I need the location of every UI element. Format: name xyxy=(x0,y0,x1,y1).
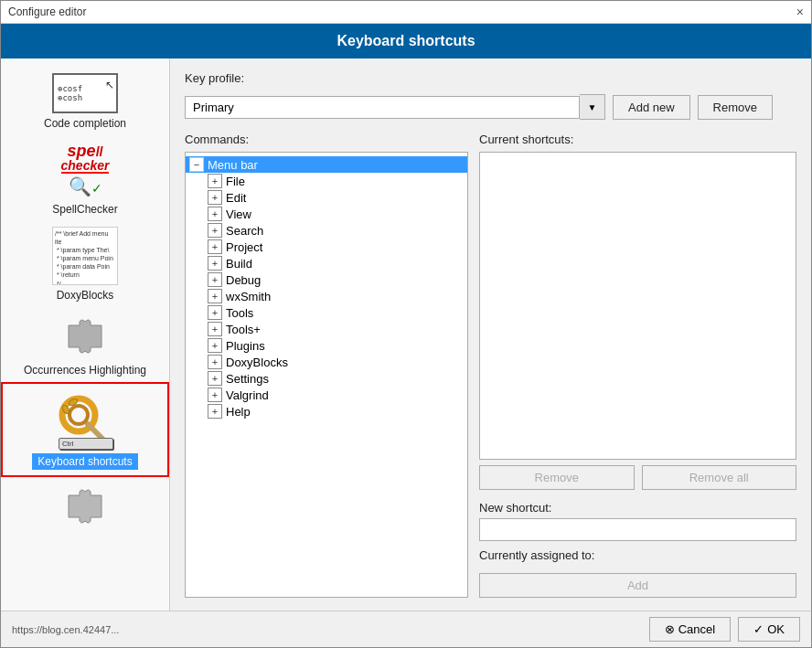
currently-assigned-label: Currently assigned to: xyxy=(479,548,796,562)
expand-btn-file[interactable]: + xyxy=(208,174,222,188)
expand-btn-view[interactable]: + xyxy=(208,207,222,221)
current-shortcuts-box xyxy=(479,152,796,460)
add-shortcut-button[interactable]: Add xyxy=(479,573,796,598)
tree-item-settings[interactable]: + Settings xyxy=(186,370,467,387)
cancel-button[interactable]: ⊗ Cancel xyxy=(649,617,731,642)
expand-btn-plugins[interactable]: + xyxy=(208,338,222,353)
remove-shortcut-button[interactable]: Remove xyxy=(479,465,635,490)
footer-url: https://blog.cen.42447... xyxy=(12,624,642,635)
tree-item-label-wxsmith: wxSmith xyxy=(226,290,271,303)
key-profile-row: Key profile: xyxy=(185,71,796,85)
add-new-button[interactable]: Add new xyxy=(613,95,690,120)
expand-btn-debug[interactable]: + xyxy=(208,272,222,287)
sidebar-item-code-completion[interactable]: ⊕cosf ⊕cosh ↖ Code completion xyxy=(1,68,169,135)
key-profile-label: Key profile: xyxy=(185,71,244,85)
sidebar-item-doxyblocks[interactable]: /** \brief Add menu ite * \param type Th… xyxy=(1,221,169,307)
tree-item-label-debug: Debug xyxy=(226,273,261,287)
sidebar-item-puzzle[interactable] xyxy=(1,477,169,536)
commands-tree[interactable]: − Menu bar + File + Edit xyxy=(185,152,468,598)
tree-item-debug[interactable]: + Debug xyxy=(186,271,467,288)
tree-item-label-help: Help xyxy=(226,405,251,419)
remove-all-shortcuts-button[interactable]: Remove all xyxy=(642,465,797,490)
currently-assigned-row: Currently assigned to: xyxy=(479,548,796,566)
dialog-title: Keyboard shortcuts xyxy=(337,33,475,48)
close-button[interactable]: × xyxy=(796,5,804,19)
sidebar-item-label-spellchecker: SpellChecker xyxy=(52,203,117,216)
tree-item-label-plugins: Plugins xyxy=(226,339,265,353)
commands-label: Commands: xyxy=(185,133,468,146)
new-shortcut-input[interactable] xyxy=(479,518,796,541)
sidebar: ⊕cosf ⊕cosh ↖ Code completion spell chec… xyxy=(1,58,170,611)
occurrences-icon xyxy=(61,313,109,360)
title-bar: Configure editor × xyxy=(1,1,811,24)
expand-btn-help[interactable]: + xyxy=(208,404,222,419)
remove-profile-button[interactable]: Remove xyxy=(698,95,773,120)
doxyblocks-icon: /** \brief Add menu ite * \param type Th… xyxy=(52,227,118,285)
tree-item-label-edit: Edit xyxy=(226,191,246,205)
commands-shortcuts-row: Commands: − Menu bar + File xyxy=(185,133,796,598)
expand-btn-doxyblocks[interactable]: + xyxy=(208,355,222,369)
ok-button[interactable]: ✓ OK xyxy=(738,617,800,642)
puzzle-icon xyxy=(61,483,109,530)
sidebar-item-spellchecker[interactable]: spell checker 🔍✓ SpellChecker xyxy=(1,135,169,221)
expand-btn-edit[interactable]: + xyxy=(208,190,222,205)
tree-item-help[interactable]: + Help xyxy=(186,403,467,420)
cancel-icon: ⊗ xyxy=(665,622,675,636)
configure-editor-dialog: Configure editor × Keyboard shortcuts ⊕c… xyxy=(0,0,812,648)
tree-item-valgrind[interactable]: + Valgrind xyxy=(186,387,467,403)
tree-item-label-doxyblocks: DoxyBlocks xyxy=(226,356,288,369)
tree-item-file[interactable]: + File xyxy=(186,173,467,189)
sidebar-item-label-occurrences: Occurrences Highlighting xyxy=(24,364,146,377)
expand-btn-build[interactable]: + xyxy=(208,256,222,271)
sidebar-item-keyboard-shortcuts[interactable]: Ctrl Keyboard shortcuts xyxy=(1,382,169,477)
expand-btn-valgrind[interactable]: + xyxy=(208,388,222,402)
expand-btn-toolsplus[interactable]: + xyxy=(208,322,222,336)
keyboard-shortcuts-icon: Ctrl xyxy=(53,389,117,453)
add-btn-row: Add xyxy=(479,573,796,598)
code-completion-icon: ⊕cosf ⊕cosh ↖ xyxy=(52,73,118,113)
tree-item-plugins[interactable]: + Plugins xyxy=(186,337,467,354)
tree-item-label-menu-bar: Menu bar xyxy=(208,158,258,172)
expand-btn-search[interactable]: + xyxy=(208,223,222,238)
sidebar-item-occurrences[interactable]: Occurrences Highlighting xyxy=(1,307,169,382)
select-arrow-icon[interactable]: ▼ xyxy=(580,94,605,120)
tree-item-menu-bar[interactable]: − Menu bar xyxy=(186,156,467,173)
main-content: Key profile: Primary Secondary ▼ Add new… xyxy=(170,58,811,611)
tree-item-tools[interactable]: + Tools xyxy=(186,304,467,321)
commands-section: Commands: − Menu bar + File xyxy=(185,133,468,598)
tree-item-project[interactable]: + Project xyxy=(186,239,467,255)
tree-item-label-view: View xyxy=(226,207,251,221)
tree-item-label-toolsplus: Tools+ xyxy=(226,323,261,336)
expand-btn-menu-bar[interactable]: − xyxy=(189,157,204,172)
expand-btn-project[interactable]: + xyxy=(208,239,222,254)
new-shortcut-label: New shortcut: xyxy=(479,501,796,515)
sidebar-item-label-code-completion: Code completion xyxy=(44,117,126,130)
ok-label: OK xyxy=(767,622,785,636)
key-profile-select[interactable]: Primary Secondary xyxy=(185,96,580,119)
tree-item-search[interactable]: + Search xyxy=(186,222,467,239)
tree-item-build[interactable]: + Build xyxy=(186,255,467,271)
current-shortcuts-label: Current shortcuts: xyxy=(479,133,796,146)
key-profile-select-row: Primary Secondary ▼ Add new Remove xyxy=(185,94,796,120)
new-shortcut-row: New shortcut: xyxy=(479,501,796,541)
expand-btn-tools[interactable]: + xyxy=(208,305,222,320)
spellchecker-icon: spell checker 🔍✓ xyxy=(52,141,118,199)
keyboard-shortcuts-label: Keyboard shortcuts xyxy=(32,453,137,470)
expand-btn-settings[interactable]: + xyxy=(208,371,222,386)
shortcuts-btn-row: Remove Remove all xyxy=(479,465,796,490)
tree-item-label-search: Search xyxy=(226,224,263,238)
dialog-body: ⊕cosf ⊕cosh ↖ Code completion spell chec… xyxy=(1,58,811,611)
expand-btn-wxsmith[interactable]: + xyxy=(208,289,222,303)
tree-item-toolsplus[interactable]: + Tools+ xyxy=(186,321,467,337)
ok-icon: ✓ xyxy=(753,622,764,636)
tree-item-label-valgrind: Valgrind xyxy=(226,388,269,402)
tree-item-edit[interactable]: + Edit xyxy=(186,189,467,206)
tree-item-doxyblocks[interactable]: + DoxyBlocks xyxy=(186,354,467,370)
tree-item-label-file: File xyxy=(226,175,245,188)
dialog-header: Keyboard shortcuts xyxy=(1,24,811,58)
dialog-footer: https://blog.cen.42447... ⊗ Cancel ✓ OK xyxy=(1,611,811,647)
cancel-label: Cancel xyxy=(678,622,715,636)
svg-point-2 xyxy=(69,406,88,424)
tree-item-wxsmith[interactable]: + wxSmith xyxy=(186,288,467,304)
tree-item-view[interactable]: + View xyxy=(186,206,467,222)
